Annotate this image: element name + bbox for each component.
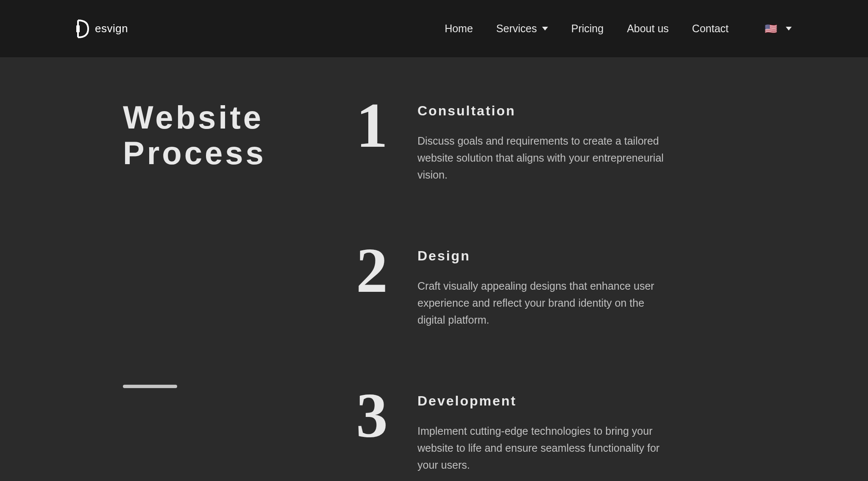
logo-icon [76, 19, 92, 39]
header: esvign Home Services Pricing About us Co… [0, 0, 868, 57]
nav-about[interactable]: About us [627, 22, 669, 35]
step-number: 2 [352, 245, 392, 296]
step-number: 3 [352, 390, 392, 441]
nav-services-label: Services [496, 22, 537, 35]
step-description: Implement cutting-edge technologies to b… [417, 422, 668, 473]
step-title: Development [417, 393, 745, 409]
main-content: Website Process 1 Consultation Discuss g… [0, 57, 868, 473]
step-content: Consultation Discuss goals and requireme… [417, 100, 745, 183]
flag-icon: 🇺🇸 [765, 23, 777, 35]
right-column: 1 Consultation Discuss goals and require… [352, 100, 745, 473]
chevron-down-icon [786, 27, 792, 31]
language-selector[interactable]: 🇺🇸 [765, 23, 792, 35]
left-column: Website Process [123, 100, 292, 405]
nav-pricing[interactable]: Pricing [571, 22, 604, 35]
step-number: 1 [352, 100, 392, 151]
step-title: Design [417, 248, 745, 264]
title-line-2: Process [123, 135, 266, 171]
section-title: Website Process [123, 100, 292, 171]
step-content: Design Craft visually appealing designs … [417, 245, 745, 328]
nav: Home Services Pricing About us Contact 🇺… [445, 22, 792, 35]
process-step-1: 1 Consultation Discuss goals and require… [352, 100, 745, 183]
logo[interactable]: esvign [76, 19, 128, 39]
nav-pricing-label: Pricing [571, 22, 604, 35]
nav-home-label: Home [445, 22, 473, 35]
nav-contact[interactable]: Contact [692, 22, 729, 35]
step-title: Consultation [417, 103, 745, 119]
logo-text: esvign [95, 22, 128, 35]
process-step-2: 2 Design Craft visually appealing design… [352, 245, 745, 328]
step-content: Development Implement cutting-edge techn… [417, 390, 745, 473]
process-step-3: 3 Development Implement cutting-edge tec… [352, 390, 745, 473]
nav-contact-label: Contact [692, 22, 729, 35]
step-description: Craft visually appealing designs that en… [417, 277, 668, 328]
divider [123, 385, 177, 388]
step-description: Discuss goals and requirements to create… [417, 132, 668, 183]
title-line-1: Website [123, 99, 264, 135]
nav-services[interactable]: Services [496, 22, 548, 35]
chevron-down-icon [542, 27, 548, 31]
nav-home[interactable]: Home [445, 22, 473, 35]
svg-rect-0 [76, 25, 80, 32]
nav-about-label: About us [627, 22, 669, 35]
